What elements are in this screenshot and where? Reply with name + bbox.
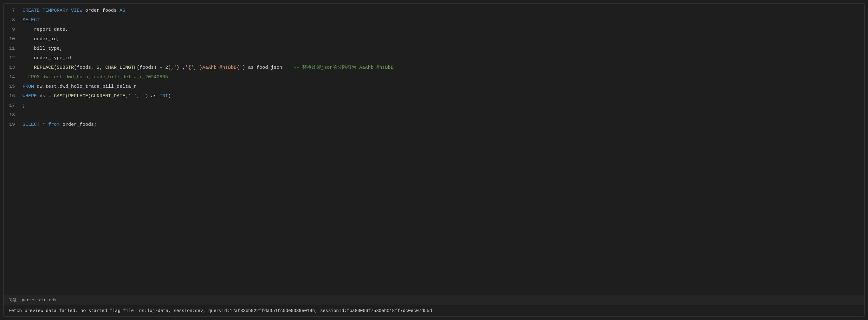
line-content: WHERE ds = CAST(REPLACE(CURRENT_DATE,'-'… xyxy=(23,92,860,101)
line-number: 16 xyxy=(3,92,23,101)
code-line: 15FROM dw.test.dwd_holo_trade_bill_delta… xyxy=(3,82,865,92)
line-content: SELECT * from order_foods; xyxy=(23,120,860,130)
code-line: 13 REPLACE(SUBSTR(foods, 2, CHAR_LENGTH(… xyxy=(3,63,865,72)
line-number: 13 xyxy=(3,63,23,72)
code-line: 10 order_id, xyxy=(3,35,865,44)
line-content: order_type_id, xyxy=(23,54,860,63)
error-message: Fetch preview data failed, no started fl… xyxy=(8,308,432,313)
line-number: 19 xyxy=(3,120,23,130)
code-area[interactable]: 7CREATE TEMPORARY VIEW order_foods AS8SE… xyxy=(3,3,865,295)
line-number: 18 xyxy=(3,110,23,120)
line-number: 11 xyxy=(3,44,23,54)
issue-label: 问题: parse-join-ods xyxy=(8,298,56,302)
code-line: 7CREATE TEMPORARY VIEW order_foods AS xyxy=(3,6,865,15)
line-number: 9 xyxy=(3,25,23,35)
line-number: 17 xyxy=(3,101,23,110)
error-bar: Fetch preview data failed, no started fl… xyxy=(3,305,865,317)
code-line: 11 bill_type, xyxy=(3,44,865,54)
code-line: 14--FROM dw.test.dwd_holo_trade_bill_del… xyxy=(3,72,865,82)
line-content: FROM dw.test.dwd_holo_trade_bill_delta_r xyxy=(23,82,860,92)
status-bar: 问题: parse-join-ods xyxy=(3,295,865,305)
line-content: REPLACE(SUBSTR(foods, 2, CHAR_LENGTH(foo… xyxy=(23,63,860,72)
line-content: ; xyxy=(23,101,860,110)
line-number: 8 xyxy=(3,15,23,25)
code-line: 12 order_type_id, xyxy=(3,54,865,63)
line-content: bill_type, xyxy=(23,44,860,54)
line-number: 15 xyxy=(3,82,23,92)
code-line: 9 report_date, xyxy=(3,25,865,35)
editor-container: 7CREATE TEMPORARY VIEW order_foods AS8SE… xyxy=(3,3,865,317)
code-line: 19SELECT * from order_foods; xyxy=(3,120,865,130)
code-line: 17; xyxy=(3,101,865,110)
line-content: SELECT xyxy=(23,15,860,25)
code-line: 16WHERE ds = CAST(REPLACE(CURRENT_DATE,'… xyxy=(3,92,865,101)
line-content: order_id, xyxy=(23,35,860,44)
line-content: report_date, xyxy=(23,25,860,35)
line-content: CREATE TEMPORARY VIEW order_foods AS xyxy=(23,6,860,15)
line-number: 14 xyxy=(3,72,23,82)
line-number: 10 xyxy=(3,35,23,44)
line-number: 7 xyxy=(3,6,23,15)
line-content: --FROM dw.test.dwd_holo_trade_bill_delta… xyxy=(23,72,860,82)
code-line: 8SELECT xyxy=(3,15,865,25)
line-number: 12 xyxy=(3,54,23,63)
code-line: 18 xyxy=(3,110,865,120)
